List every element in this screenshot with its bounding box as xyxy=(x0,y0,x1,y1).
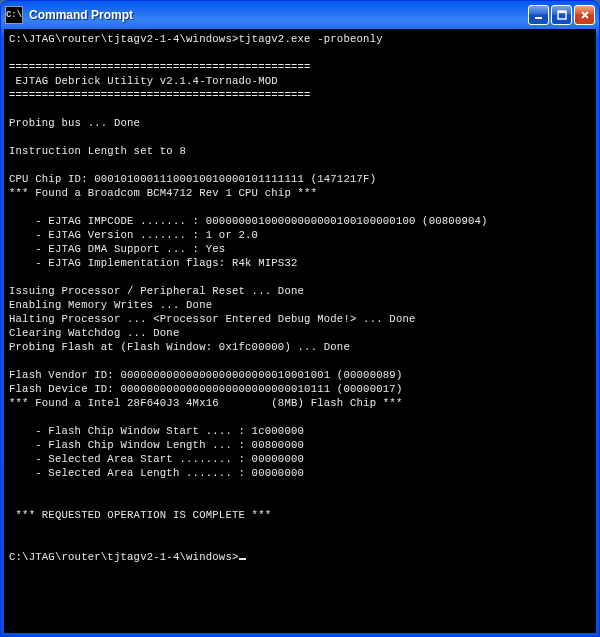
line: CPU Chip ID: 000101000111000100100001011… xyxy=(9,173,376,185)
line: - Selected Area Start ........ : 0000000… xyxy=(9,453,304,465)
line: - EJTAG DMA Support ... : Yes xyxy=(9,243,225,255)
line: Probing bus ... Done xyxy=(9,117,140,129)
prompt-line: C:\JTAG\router\tjtagv2-1-4\windows>tjtag… xyxy=(9,33,383,45)
minimize-button[interactable] xyxy=(528,5,549,25)
line: Clearing Watchdog ... Done xyxy=(9,327,180,339)
line: Enabling Memory Writes ... Done xyxy=(9,299,212,311)
title-bar[interactable]: C:\ Command Prompt xyxy=(1,1,599,29)
line: Issuing Processor / Peripheral Reset ...… xyxy=(9,285,304,297)
line: - EJTAG Version ....... : 1 or 2.0 xyxy=(9,229,258,241)
command-prompt-window: C:\ Command Prompt C:\JTAG\router\tjtagv… xyxy=(0,0,600,637)
banner: EJTAG Debrick Utility v2.1.4-Tornado-MOD xyxy=(9,75,278,87)
line: *** Found a Broadcom BCM4712 Rev 1 CPU c… xyxy=(9,187,317,199)
close-button[interactable] xyxy=(574,5,595,25)
divider: ========================================… xyxy=(9,89,311,101)
line: Flash Device ID: 00000000000000000000000… xyxy=(9,383,402,395)
line: - Flash Chip Window Length ... : 0080000… xyxy=(9,439,304,451)
console-output[interactable]: C:\JTAG\router\tjtagv2-1-4\windows>tjtag… xyxy=(5,30,595,632)
line: *** REQUESTED OPERATION IS COMPLETE *** xyxy=(9,509,271,521)
line: - EJTAG Implementation flags: R4k MIPS32 xyxy=(9,257,298,269)
line: Probing Flash at (Flash Window: 0x1fc000… xyxy=(9,341,350,353)
maximize-button[interactable] xyxy=(551,5,572,25)
app-icon: C:\ xyxy=(5,6,23,24)
line: Flash Vendor ID: 00000000000000000000000… xyxy=(9,369,402,381)
app-icon-label: C:\ xyxy=(6,10,22,20)
svg-rect-0 xyxy=(535,17,542,19)
line: - EJTAG IMPCODE ....... : 00000000100000… xyxy=(9,215,488,227)
line: - Flash Chip Window Start .... : 1c00000… xyxy=(9,425,304,437)
svg-rect-2 xyxy=(558,11,566,13)
window-buttons xyxy=(528,5,595,25)
line: *** Found a Intel 28F640J3 4Mx16 (8MB) F… xyxy=(9,397,402,409)
line: - Selected Area Length ....... : 0000000… xyxy=(9,467,304,479)
line: Halting Processor ... <Processor Entered… xyxy=(9,313,416,325)
cursor xyxy=(239,558,246,560)
line: Instruction Length set to 8 xyxy=(9,145,186,157)
window-title: Command Prompt xyxy=(29,8,528,22)
end-prompt: C:\JTAG\router\tjtagv2-1-4\windows> xyxy=(9,551,239,563)
divider: ========================================… xyxy=(9,61,311,73)
client-area: C:\JTAG\router\tjtagv2-1-4\windows>tjtag… xyxy=(4,29,596,633)
